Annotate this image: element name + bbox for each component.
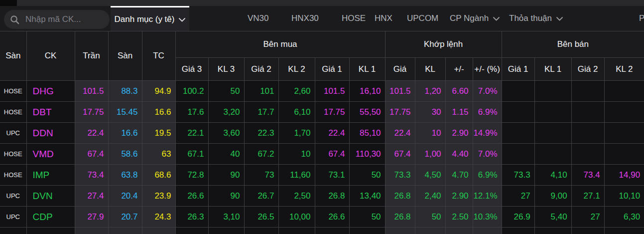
tab-vn30[interactable]: VN30 <box>248 6 269 31</box>
cell-mua-gia1[interactable]: 17.75 <box>315 102 349 123</box>
cell-mua-gia1[interactable]: 73.1 <box>315 165 349 186</box>
cell-ban-kl1[interactable]: 4,10 <box>534 165 571 186</box>
cell-ban-kl2[interactable] <box>604 123 644 144</box>
cell-mua-gia3[interactable]: 26.3 <box>175 207 208 228</box>
cell-khop-gia[interactable]: 67.4 <box>385 144 415 165</box>
table-row-imp[interactable]: HOSEIMP73.463.868.672.8907311,6073.15073… <box>0 165 644 186</box>
cell-ticker[interactable]: DDN <box>26 123 75 144</box>
cell-tran[interactable]: 22.4 <box>75 123 108 144</box>
table-row-dvn[interactable]: UPCDVN27.420.423.926.69026.72,5026.813,4… <box>0 186 644 207</box>
cell-khop-gia[interactable]: 101.5 <box>385 81 415 102</box>
stock-search[interactable] <box>4 10 110 29</box>
cell-san-floor[interactable]: 88.3 <box>108 81 142 102</box>
table-row-dbt[interactable]: HOSEDBT17.7515.4516.617.63,2017.76,1017.… <box>0 102 644 123</box>
cell-khop-change[interactable]: 4.40 <box>445 144 473 165</box>
cell-ban-kl2[interactable] <box>604 144 644 165</box>
cell-tc[interactable]: 63 <box>142 144 175 165</box>
cell-ticker[interactable]: VMD <box>26 144 75 165</box>
cell-khop-change[interactable]: 2.90 <box>445 123 473 144</box>
table-row-cdp[interactable]: UPCCDP27.920.724.326.33,1026.510,0026.65… <box>0 207 644 228</box>
cell-khop-change[interactable]: 6.60 <box>445 81 473 102</box>
tab-th-a-thu-n[interactable]: Thỏa thuận <box>509 6 563 31</box>
cell-mua-gia1[interactable]: 26.6 <box>315 207 349 228</box>
tab-hose[interactable]: HOSE <box>342 6 366 31</box>
cell-khop-kl[interactable]: 1,00 <box>415 144 445 165</box>
cell-ban-kl1[interactable] <box>534 144 571 165</box>
cell-tran[interactable]: 27.4 <box>75 186 108 207</box>
cell-khop-kl[interactable]: 1,20 <box>415 81 445 102</box>
cell-khop-change-pct[interactable]: 10.3% <box>473 207 502 228</box>
cell-ban-gia1[interactable] <box>502 123 534 144</box>
tab-danh-muc[interactable]: Danh mục (y tê) <box>111 6 189 31</box>
cell-san-floor[interactable]: 20.7 <box>108 207 142 228</box>
tab-cp-ng-nh[interactable]: CP Ngành <box>450 6 500 31</box>
cell-mua-gia2[interactable]: 22.3 <box>244 123 278 144</box>
cell-mua-kl1[interactable]: 85,10 <box>349 123 385 144</box>
cell-tran[interactable]: 73.4 <box>75 165 108 186</box>
cell-ticker[interactable]: DVN <box>26 186 75 207</box>
cell-mua-gia3[interactable]: 22.1 <box>175 123 208 144</box>
cell-khop-gia[interactable]: 17.75 <box>385 102 415 123</box>
cell-ban-gia2[interactable]: 27 <box>571 207 604 228</box>
cell-tc[interactable]: 23.9 <box>142 186 175 207</box>
cell-ticker[interactable]: DHG <box>26 81 75 102</box>
search-input[interactable] <box>24 14 101 25</box>
table-row-vmd[interactable]: HOSEVMD67.458.66367.14067.21067.4110,306… <box>0 144 644 165</box>
cell-ban-gia2[interactable] <box>571 123 604 144</box>
cell-tran[interactable]: 17.75 <box>75 102 108 123</box>
cell-san-floor[interactable]: 58.6 <box>108 144 142 165</box>
tab-hnx30[interactable]: HNX30 <box>291 6 319 31</box>
cell-ban-kl2[interactable]: 6,30 <box>604 207 644 228</box>
cell-khop-kl[interactable]: 30 <box>415 102 445 123</box>
cell-khop-change[interactable]: 1.15 <box>445 102 473 123</box>
cell-khop-change[interactable]: 2.90 <box>445 186 473 207</box>
tab-p[interactable]: P <box>639 6 644 31</box>
cell-ban-gia1[interactable]: 26.9 <box>502 207 534 228</box>
cell-mua-gia3[interactable]: 26.6 <box>175 186 208 207</box>
cell-mua-kl1[interactable]: 50 <box>349 165 385 186</box>
cell-mua-kl2[interactable]: 10 <box>278 144 315 165</box>
cell-mua-gia1[interactable]: 101.5 <box>315 81 349 102</box>
cell-mua-gia3[interactable]: 67.1 <box>175 144 208 165</box>
cell-tran[interactable]: 27.9 <box>75 207 108 228</box>
cell-tran[interactable]: 67.4 <box>75 144 108 165</box>
cell-ban-gia2[interactable]: 73.4 <box>571 165 604 186</box>
cell-mua-gia1[interactable]: 26.8 <box>315 186 349 207</box>
cell-ban-kl1[interactable] <box>534 81 571 102</box>
cell-khop-change-pct[interactable]: 12.1% <box>473 186 502 207</box>
cell-mua-gia2[interactable]: 67.2 <box>244 144 278 165</box>
cell-khop-kl[interactable]: 10 <box>415 123 445 144</box>
cell-ban-gia2[interactable]: 27.1 <box>571 186 604 207</box>
cell-mua-gia2[interactable]: 73 <box>244 165 278 186</box>
cell-ban-gia1[interactable] <box>502 144 534 165</box>
cell-khop-kl[interactable]: 50 <box>415 207 445 228</box>
cell-mua-kl2[interactable]: 6,10 <box>278 102 315 123</box>
cell-mua-kl3[interactable]: 3,60 <box>208 123 244 144</box>
cell-mua-kl1[interactable]: 110,30 <box>349 144 385 165</box>
cell-ban-gia1[interactable]: 27 <box>502 186 534 207</box>
cell-khop-kl[interactable]: 4,50 <box>415 165 445 186</box>
cell-ban-gia2[interactable] <box>571 81 604 102</box>
cell-ticker[interactable]: IMP <box>26 165 75 186</box>
cell-mua-gia1[interactable]: 22.4 <box>315 123 349 144</box>
cell-mua-gia1[interactable]: 67.4 <box>315 144 349 165</box>
cell-ban-kl2[interactable]: 14,90 <box>604 165 644 186</box>
cell-ticker[interactable]: DBT <box>26 102 75 123</box>
cell-ban-kl2[interactable] <box>604 81 644 102</box>
cell-khop-change[interactable]: 4.70 <box>445 165 473 186</box>
cell-mua-gia2[interactable]: 26.7 <box>244 186 278 207</box>
cell-ticker[interactable]: CDP <box>26 207 75 228</box>
cell-san-floor[interactable]: 15.45 <box>108 102 142 123</box>
cell-mua-kl3[interactable]: 3,20 <box>208 102 244 123</box>
cell-tran[interactable]: 101.5 <box>75 81 108 102</box>
cell-mua-gia3[interactable]: 17.6 <box>175 102 208 123</box>
cell-mua-gia2[interactable]: 17.7 <box>244 102 278 123</box>
cell-ban-kl2[interactable] <box>604 102 644 123</box>
cell-tc[interactable]: 68.6 <box>142 165 175 186</box>
cell-mua-kl3[interactable]: 3,10 <box>208 207 244 228</box>
cell-khop-change-pct[interactable]: 7.0% <box>473 81 502 102</box>
cell-tc[interactable]: 19.5 <box>142 123 175 144</box>
cell-mua-gia2[interactable]: 26.5 <box>244 207 278 228</box>
cell-mua-kl3[interactable]: 40 <box>208 144 244 165</box>
cell-mua-kl1[interactable]: 16,10 <box>349 81 385 102</box>
